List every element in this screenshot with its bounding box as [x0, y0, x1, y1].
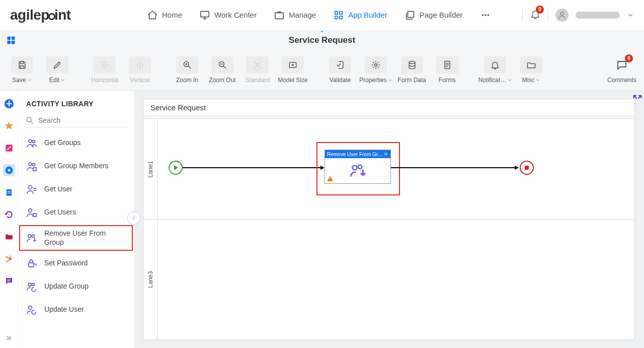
svg-point-43 — [28, 283, 31, 286]
rail-edit[interactable] — [3, 142, 15, 154]
align-horizontal-icon — [100, 60, 110, 70]
rail-favorites[interactable] — [3, 120, 15, 132]
rail-clipboard[interactable] — [3, 186, 15, 198]
zoom-out-button[interactable]: Zoom Out — [206, 52, 238, 88]
plus-circle-icon — [4, 98, 15, 109]
library-item-get-group-members[interactable]: Get Group Members — [18, 155, 134, 178]
chevron-down-icon — [535, 78, 540, 83]
properties-button[interactable]: Properties — [359, 52, 393, 88]
pencil-icon — [52, 60, 62, 70]
library-item-update-user[interactable]: Update User — [18, 298, 134, 321]
chevron-down-icon[interactable] — [627, 12, 634, 19]
library-item-label: Get Users — [44, 208, 76, 217]
nav-label: Home — [162, 11, 182, 19]
briefcase-icon — [274, 10, 285, 21]
rail-folder[interactable] — [3, 231, 15, 243]
misc-button[interactable]: Misc — [515, 52, 547, 88]
nav-app-builder[interactable]: App Builder — [327, 7, 393, 24]
svg-rect-6 — [408, 11, 414, 17]
tb-label: Validate — [330, 77, 351, 84]
tb-label: Form Data — [397, 77, 426, 84]
svg-point-48 — [358, 165, 362, 169]
nav-page-builder[interactable]: Page Builder — [398, 7, 469, 24]
tb-label: Model Size — [278, 77, 307, 84]
svg-rect-1 — [275, 13, 284, 19]
vertical-button[interactable]: Vertical — [124, 52, 156, 88]
nav-home[interactable]: Home — [141, 7, 188, 24]
caret-up-icon[interactable]: ⌃ — [319, 30, 325, 37]
apps-icon[interactable] — [6, 35, 16, 45]
horizontal-button[interactable]: Horizontal — [89, 52, 121, 88]
rail-active[interactable] — [3, 164, 15, 176]
edit-button[interactable]: Edit — [41, 52, 73, 88]
logo: agilepint — [10, 7, 141, 23]
validate-button[interactable]: Validate — [324, 52, 356, 88]
rail-hubspot[interactable] — [3, 253, 15, 265]
validate-icon — [335, 60, 345, 70]
nav-label: Work Center — [214, 11, 257, 19]
svg-rect-27 — [6, 189, 12, 196]
lane-label-box: Lane3 — [143, 220, 157, 339]
avatar[interactable] — [555, 9, 569, 22]
svg-point-41 — [32, 235, 35, 237]
library-item-set-password[interactable]: Set Password — [18, 252, 134, 275]
notifications-button[interactable]: 0 — [530, 9, 541, 22]
zoom-out-icon — [217, 60, 227, 70]
tb-label: Standard — [246, 77, 270, 84]
library-item-remove-user-from-group[interactable]: Remove User From Group — [18, 224, 134, 252]
library-item-label: Update User — [44, 305, 84, 314]
library-item-label: Get User — [44, 185, 72, 194]
nav-work-center[interactable]: Work Center — [193, 7, 263, 24]
library-item-get-user[interactable]: Get User — [18, 178, 134, 201]
svg-rect-17 — [257, 63, 259, 66]
users-refresh-icon — [25, 280, 38, 293]
chevron-down-icon — [507, 78, 512, 83]
chevron-down-icon — [388, 78, 393, 83]
forms-button[interactable]: Forms — [431, 52, 463, 88]
library-item-get-groups[interactable]: Get Groups — [18, 131, 134, 155]
gear-icon[interactable] — [383, 152, 388, 157]
model-size-icon — [288, 60, 298, 70]
notifications-button[interactable]: Notificat… — [478, 52, 512, 88]
standard-button[interactable]: Standard — [242, 52, 274, 88]
rail-refresh[interactable] — [3, 208, 15, 221]
svg-point-19 — [292, 64, 294, 65]
nav-more[interactable] — [474, 7, 497, 24]
end-node[interactable] — [520, 161, 534, 175]
refresh-icon — [4, 210, 14, 220]
save-button[interactable]: Save — [6, 52, 38, 88]
monitor-icon — [199, 10, 210, 21]
global-header: agilepint Home Work Center Manage App Bu… — [0, 0, 644, 30]
library-item-get-users[interactable]: Get Users — [18, 201, 134, 224]
nav-manage[interactable]: Manage — [268, 7, 322, 24]
comments-badge: 0 — [625, 54, 633, 62]
svg-rect-11 — [8, 36, 11, 40]
start-node[interactable] — [169, 161, 183, 175]
library-item-update-group[interactable]: Update Group — [18, 275, 134, 298]
user-icon — [557, 11, 567, 20]
svg-point-37 — [29, 186, 32, 189]
form-data-button[interactable]: Form Data — [396, 52, 428, 88]
zoom-in-button[interactable]: Zoom In — [171, 52, 203, 88]
model-size-button[interactable]: Model Size — [277, 52, 309, 88]
svg-rect-13 — [8, 40, 11, 44]
rail-expand[interactable]: » — [6, 332, 11, 343]
library-search[interactable] — [24, 114, 128, 127]
comments-button[interactable]: 0 Comments — [606, 52, 638, 88]
activity-remove-user-from-group[interactable]: Remove User From Gro… — [325, 150, 391, 184]
warning-icon — [327, 176, 333, 181]
user-lines-icon — [25, 183, 38, 196]
rail-add[interactable] — [3, 98, 15, 110]
process-canvas[interactable]: Service Request Lane1 Lane3 — [143, 99, 635, 340]
svg-point-35 — [33, 164, 35, 166]
notification-badge: 0 — [536, 6, 544, 14]
activity-label: Remove User From Gro… — [327, 152, 383, 157]
align-vertical-icon — [135, 60, 145, 70]
search-input[interactable] — [38, 116, 127, 124]
database-icon — [407, 60, 417, 70]
user-name-placeholder — [576, 12, 620, 19]
collapse-panel-button[interactable] — [127, 212, 140, 225]
apps-grid-icon — [333, 10, 344, 21]
rail-chat[interactable] — [3, 275, 15, 287]
users-down-icon — [25, 232, 38, 245]
